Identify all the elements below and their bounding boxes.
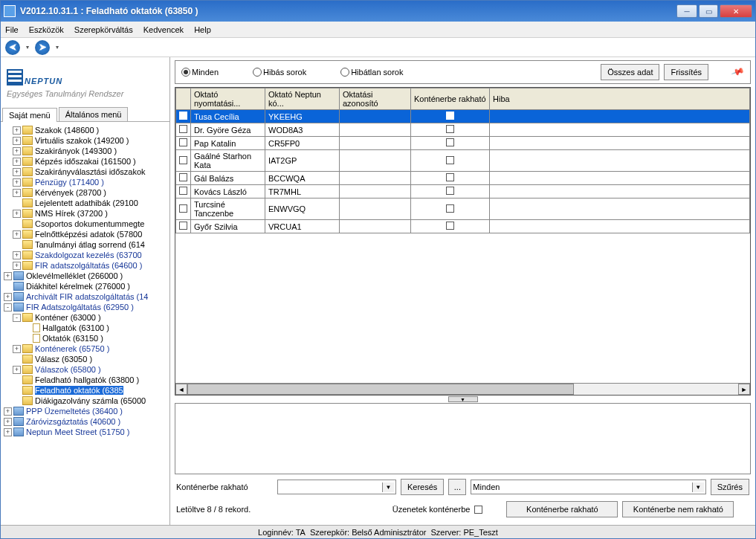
table-row[interactable]: Turcsiné TanczenbeENWVGQ bbox=[176, 199, 750, 220]
maximize-button[interactable]: ▭ bbox=[699, 4, 718, 18]
row-checkbox[interactable] bbox=[179, 187, 187, 195]
cell-container-checkbox[interactable] bbox=[446, 204, 454, 213]
row-checkbox[interactable] bbox=[179, 112, 187, 120]
tree-item[interactable]: Feladható hallgatók (63800 ) bbox=[2, 375, 168, 385]
expand-icon[interactable]: + bbox=[13, 158, 21, 166]
refresh-button[interactable]: Frissítés bbox=[664, 64, 708, 80]
expand-icon[interactable]: - bbox=[4, 303, 12, 312]
table-row[interactable]: Tusa CecíliaYKEEHG bbox=[176, 110, 750, 123]
expand-icon[interactable]: + bbox=[13, 366, 21, 374]
tree-item[interactable]: Feladható oktatók (6385 bbox=[2, 385, 168, 396]
scroll-thumb[interactable] bbox=[187, 384, 574, 395]
forward-dropdown[interactable]: ▾ bbox=[54, 44, 60, 51]
tab-general-menu[interactable]: Általános menü bbox=[59, 107, 129, 121]
tree-item[interactable]: +Kérvények (28700 ) bbox=[2, 187, 168, 198]
table-row[interactable]: Gál BalázsBCCWQA bbox=[176, 172, 750, 185]
tab-own-menu[interactable]: Saját menü bbox=[2, 108, 57, 122]
msg-checkbox[interactable] bbox=[474, 506, 482, 514]
col-eduid[interactable]: Oktatási azonosító bbox=[340, 88, 411, 110]
tree-item[interactable]: +NMS Hírek (37200 ) bbox=[2, 208, 168, 219]
row-checkbox[interactable] bbox=[179, 156, 187, 164]
row-checkbox[interactable] bbox=[179, 204, 187, 213]
tree-item[interactable]: +Oklevélmelléklet (266000 ) bbox=[2, 271, 168, 281]
expand-icon[interactable]: + bbox=[13, 147, 21, 155]
tree-item[interactable]: Lejelentett adathibák (29100 bbox=[2, 198, 168, 208]
radio-error[interactable]: Hibás sorok bbox=[253, 68, 306, 77]
tree-item[interactable]: +Archivált FIR adatszolgáltatás (14 bbox=[2, 291, 168, 302]
tree-item[interactable]: +Szakok (148600 ) bbox=[2, 125, 168, 135]
row-checkbox[interactable] bbox=[179, 173, 187, 181]
tree-item[interactable]: +Záróvizsgáztatás (40600 ) bbox=[2, 416, 168, 427]
expand-icon[interactable]: + bbox=[4, 428, 12, 436]
cell-container-checkbox[interactable] bbox=[446, 222, 454, 230]
chevron-down-icon[interactable]: ▼ bbox=[692, 482, 704, 492]
cell-container-checkbox[interactable] bbox=[446, 125, 454, 133]
cell-container-checkbox[interactable] bbox=[446, 112, 454, 120]
col-name[interactable]: Oktató nyomtatási... bbox=[191, 88, 265, 110]
forward-button[interactable]: ⮞ bbox=[35, 40, 50, 55]
menu-role[interactable]: Szerepkörváltás bbox=[74, 25, 133, 34]
row-checkbox[interactable] bbox=[179, 125, 187, 133]
table-row[interactable]: Pap KatalinCR5FP0 bbox=[176, 137, 750, 150]
expand-icon[interactable]: + bbox=[13, 137, 21, 145]
expand-icon[interactable]: + bbox=[4, 407, 12, 416]
minimize-button[interactable]: ─ bbox=[676, 4, 697, 18]
pin-icon[interactable] bbox=[731, 65, 746, 79]
tree-item[interactable]: Tanulmányi átlag sorrend (614 bbox=[2, 239, 168, 250]
title-bar[interactable]: V2012.10.31.1 : Feladható oktatók (63850… bbox=[1, 1, 755, 22]
tree-item[interactable]: +Szakdolgozat kezelés (63700 bbox=[2, 250, 168, 260]
row-checkbox[interactable] bbox=[179, 222, 187, 230]
all-data-button[interactable]: Összes adat bbox=[601, 64, 659, 80]
scroll-right-icon[interactable]: ► bbox=[738, 384, 750, 395]
chevron-down-icon[interactable]: ▼ bbox=[382, 482, 394, 492]
radio-noerror[interactable]: Hibátlan sorok bbox=[340, 68, 403, 77]
radio-all[interactable]: Minden bbox=[181, 68, 219, 77]
tree-item[interactable]: +Szakirányválasztási időszakok bbox=[2, 167, 168, 177]
filter-button[interactable]: Szűrés bbox=[711, 479, 749, 495]
tree-item[interactable]: Diákigazolvány számla (65000 bbox=[2, 396, 168, 406]
tree-item[interactable]: +Neptun Meet Street (51750 ) bbox=[2, 427, 168, 437]
splitter[interactable]: ▼ bbox=[175, 396, 751, 403]
cell-container-checkbox[interactable] bbox=[446, 138, 454, 146]
browse-button[interactable]: ... bbox=[448, 479, 466, 495]
nav-tree[interactable]: +Szakok (148600 )+Virtuális szakok (1492… bbox=[1, 122, 169, 525]
expand-icon[interactable]: + bbox=[13, 210, 21, 218]
tree-item[interactable]: Hallgatók (63100 ) bbox=[2, 323, 168, 333]
filter-combo[interactable]: Minden▼ bbox=[471, 480, 705, 494]
expand-icon[interactable]: + bbox=[13, 189, 21, 197]
cell-container-checkbox[interactable] bbox=[446, 173, 454, 181]
tree-item[interactable]: +Felnőttképzési adatok (57800 bbox=[2, 229, 168, 239]
cell-container-checkbox[interactable] bbox=[446, 187, 454, 195]
menu-tools[interactable]: Eszközök bbox=[29, 25, 64, 34]
tree-item[interactable]: +Konténerek (65750 ) bbox=[2, 343, 168, 354]
tree-item[interactable]: Válasz (63050 ) bbox=[2, 354, 168, 364]
tree-item[interactable]: +Virtuális szakok (149200 ) bbox=[2, 135, 168, 146]
tree-item[interactable]: +PPP Üzemeltetés (36400 ) bbox=[2, 406, 168, 416]
back-button[interactable]: ⮜ bbox=[5, 40, 20, 55]
tree-item[interactable]: +Válaszok (65800 ) bbox=[2, 364, 168, 375]
expand-icon[interactable]: + bbox=[13, 168, 21, 176]
tree-item[interactable]: -FIR Adatszolgáltatás (62950 ) bbox=[2, 302, 168, 312]
table-row[interactable]: Kovács LászlóTR7MHL bbox=[176, 185, 750, 199]
col-container[interactable]: Konténerbe rakható bbox=[411, 88, 490, 110]
col-check[interactable] bbox=[176, 88, 191, 110]
expand-icon[interactable]: + bbox=[13, 345, 21, 353]
tree-item[interactable]: +Pénzügy (171400 ) bbox=[2, 177, 168, 187]
menu-fav[interactable]: Kedvencek bbox=[143, 25, 184, 34]
cell-container-checkbox[interactable] bbox=[446, 156, 454, 164]
value-combo[interactable]: ▼ bbox=[277, 480, 396, 494]
table-row[interactable]: Dr. Györe GézaWOD8A3 bbox=[176, 123, 750, 137]
table-row[interactable]: Gaálné Starhon KataIAT2GP bbox=[176, 150, 750, 172]
menu-help[interactable]: Help bbox=[194, 25, 211, 34]
tree-item[interactable]: Oktatók (63150 ) bbox=[2, 333, 168, 343]
expand-icon[interactable]: + bbox=[13, 262, 21, 270]
expand-icon[interactable]: - bbox=[13, 314, 21, 322]
set-container-no-button[interactable]: Konténerbe nem rakható bbox=[622, 501, 734, 517]
row-checkbox[interactable] bbox=[179, 138, 187, 146]
close-button[interactable]: ✕ bbox=[720, 4, 752, 18]
expand-icon[interactable]: + bbox=[4, 272, 12, 280]
expand-icon[interactable]: + bbox=[4, 293, 12, 301]
search-button[interactable]: Keresés bbox=[401, 479, 444, 495]
expand-icon[interactable]: + bbox=[13, 126, 21, 135]
back-dropdown[interactable]: ▾ bbox=[25, 44, 30, 51]
